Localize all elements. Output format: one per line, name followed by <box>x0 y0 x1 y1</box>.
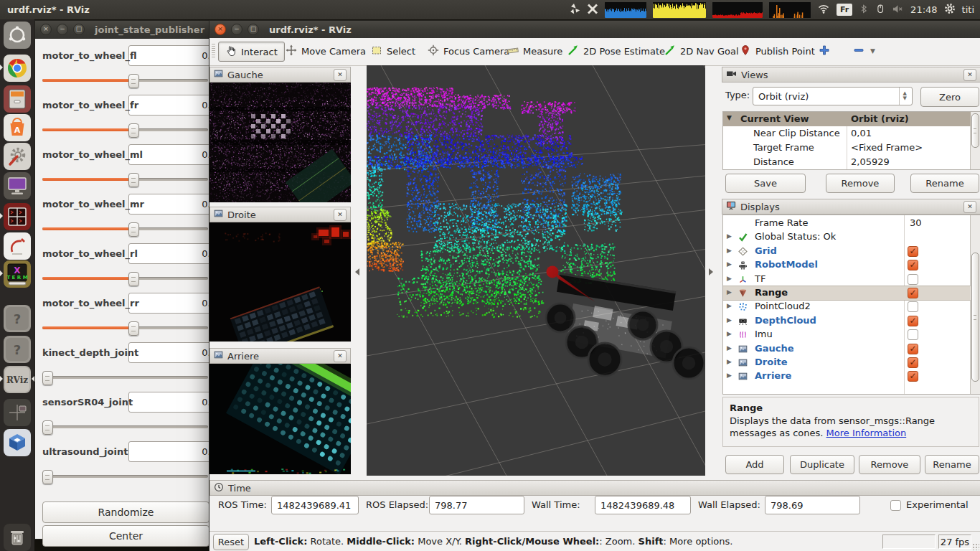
display-checkbox[interactable] <box>908 329 918 340</box>
ros-elapsed-field[interactable]: 798.77 <box>429 496 524 514</box>
expander-icon[interactable]: ▶ <box>727 288 732 296</box>
collapse-left-dock-button[interactable] <box>355 268 359 276</box>
display-row-gauche[interactable]: ▶Gauche✓ <box>723 342 971 356</box>
keyboard-layout-indicator[interactable]: Fr <box>837 4 852 16</box>
expander-icon[interactable]: ▶ <box>727 330 732 337</box>
gauche-panel-header[interactable]: Gauche ✕ <box>209 67 351 83</box>
clock[interactable]: 21:48 <box>910 4 937 15</box>
displays-scrollbar[interactable] <box>970 215 980 394</box>
resize-grip[interactable] <box>972 543 979 550</box>
display-row-global-status-ok[interactable]: ▶Global Status: Ok <box>723 230 971 244</box>
display-checkbox[interactable]: ✓ <box>908 260 918 270</box>
expander-icon[interactable]: ▶ <box>727 232 732 240</box>
launcher-item-system-settings[interactable] <box>4 143 31 170</box>
display-row-imu[interactable]: ▶Imu <box>723 328 971 342</box>
display-row-depthcloud[interactable]: ▶DepthCloud✓ <box>723 314 971 328</box>
joint-slider[interactable] <box>42 420 208 434</box>
view-type-select[interactable]: Orbit (rviz) ▲▼ <box>753 87 913 105</box>
slider-handle[interactable] <box>42 371 53 385</box>
slider-handle[interactable] <box>128 123 139 138</box>
indicator-icon-1[interactable] <box>567 2 580 17</box>
launcher-item-trash[interactable] <box>4 524 31 551</box>
display-row-arriere[interactable]: ▶Arriere✓ <box>723 369 971 383</box>
zero-button[interactable]: Zero <box>920 87 979 107</box>
expander-icon[interactable]: ▶ <box>727 260 732 268</box>
views-row[interactable]: Near Clip Distance0,01 <box>723 126 971 141</box>
views-row[interactable]: ▼Current ViewOrbit (rviz) <box>723 112 971 126</box>
close-panel-icon[interactable]: ✕ <box>963 201 976 213</box>
remove-view-button[interactable]: Remove <box>826 174 895 193</box>
joint-slider[interactable] <box>42 370 208 385</box>
bluetooth-icon[interactable] <box>859 3 869 17</box>
more-information-link[interactable]: More Information <box>826 428 907 438</box>
display-row-droite[interactable]: ▶Droite✓ <box>723 356 971 369</box>
tool-2d-nav-goal[interactable]: 2D Nav Goal <box>664 42 739 60</box>
wall-time-field[interactable]: 1482439689.48 <box>595 496 691 514</box>
slider-handle[interactable] <box>42 420 53 435</box>
display-row-pointcloud2[interactable]: ▶PointCloud2 <box>723 300 971 314</box>
load-graph[interactable] <box>769 2 811 18</box>
display-row-range[interactable]: ▶Range✓ <box>723 286 971 301</box>
wifi-icon[interactable] <box>817 3 830 17</box>
joint-slider[interactable] <box>42 321 208 335</box>
minimize-button[interactable]: − <box>231 24 242 35</box>
session-gear-icon[interactable] <box>944 3 956 17</box>
launcher-item-terminator[interactable] <box>4 203 31 230</box>
display-row-grid[interactable]: ▶Grid✓ <box>723 245 971 258</box>
arriere-panel-header[interactable]: Arriere ✕ <box>209 348 351 364</box>
tool-publish-point[interactable]: Publish Point <box>740 42 815 60</box>
expander-icon[interactable]: ▼ <box>727 114 732 121</box>
display-checkbox[interactable]: ✓ <box>908 344 918 354</box>
launcher-item-workspace-switcher[interactable] <box>4 399 31 426</box>
username[interactable]: titi <box>962 4 974 15</box>
slider-handle[interactable] <box>42 470 53 484</box>
tool-move-camera[interactable]: Move Camera <box>286 42 366 60</box>
display-checkbox[interactable]: ✓ <box>908 371 918 382</box>
slider-handle[interactable] <box>128 272 139 286</box>
randomize-button[interactable]: Randomize <box>42 501 209 523</box>
collapse-right-dock-button[interactable] <box>709 268 713 276</box>
close-button[interactable]: × <box>215 24 226 35</box>
mouse-icon[interactable] <box>875 3 885 17</box>
tool-focus-camera[interactable]: Focus Camera <box>428 42 509 60</box>
joint-slider[interactable] <box>42 469 208 484</box>
remove-display-button[interactable]: Remove <box>859 455 920 474</box>
tool-interact[interactable]: Interact <box>218 42 285 62</box>
close-panel-icon[interactable]: ✕ <box>334 69 347 81</box>
tool-2d-pose-estimate[interactable]: 2D Pose Estimate <box>567 42 665 60</box>
slider-handle[interactable] <box>128 74 139 88</box>
launcher-item-displays-settings[interactable] <box>4 172 31 199</box>
expander-icon[interactable]: ▶ <box>727 372 732 379</box>
views-panel-header[interactable]: Views ✕ <box>722 67 980 83</box>
expander-icon[interactable]: ▶ <box>727 302 732 309</box>
expander-icon[interactable]: ▶ <box>727 247 732 254</box>
display-row-robotmodel[interactable]: ▶RobotModel✓ <box>723 258 971 272</box>
launcher-item-file-manager[interactable] <box>4 85 31 113</box>
joint-slider[interactable] <box>42 123 208 137</box>
expander-icon[interactable]: ▶ <box>727 344 732 352</box>
launcher-item-libreoffice[interactable] <box>4 232 31 260</box>
views-scrollbar[interactable] <box>970 112 980 169</box>
minimize-button[interactable]: − <box>57 24 68 35</box>
close-button[interactable]: × <box>40 24 52 35</box>
display-checkbox[interactable] <box>908 301 918 312</box>
wall-elapsed-field[interactable]: 798.69 <box>765 496 860 514</box>
display-checkbox[interactable]: ✓ <box>908 288 918 298</box>
joint-slider[interactable] <box>42 222 208 236</box>
ros-time-field[interactable]: 1482439689.41 <box>271 496 359 514</box>
spinner-arrows-icon[interactable]: ▲▼ <box>899 88 907 105</box>
memory-graph[interactable] <box>653 2 706 18</box>
rename-view-button[interactable]: Rename <box>910 174 979 193</box>
joint-slider[interactable] <box>42 73 208 88</box>
tool-minus-blue[interactable]: ▼ <box>853 42 875 60</box>
dropdown-arrow-icon[interactable]: ▼ <box>870 47 875 55</box>
rviz-titlebar[interactable]: × − □ urdf.rviz* - RViz <box>209 21 980 39</box>
expander-icon[interactable]: ▶ <box>727 358 732 365</box>
cpu-graph[interactable] <box>605 2 646 18</box>
close-panel-icon[interactable]: ✕ <box>334 350 347 362</box>
time-panel-header[interactable]: Time <box>209 480 980 496</box>
volume-muted-icon[interactable] <box>892 4 904 17</box>
joint-slider[interactable] <box>42 271 208 286</box>
tool-select[interactable]: Select <box>371 42 415 60</box>
display-checkbox[interactable]: ✓ <box>908 246 918 257</box>
